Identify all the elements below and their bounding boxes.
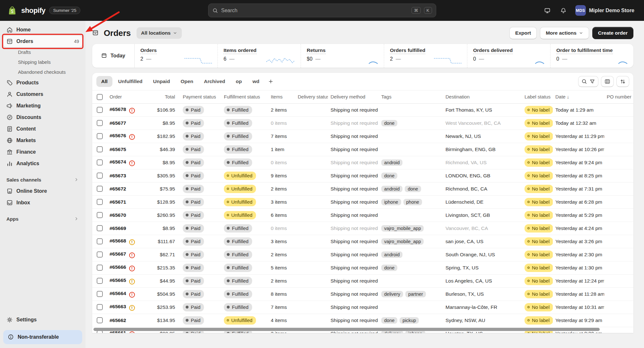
account-menu[interactable]: MDS Mipler Demo Store — [573, 4, 637, 17]
sidebar-item-discounts[interactable]: Discounts — [3, 112, 82, 123]
row-checkbox[interactable] — [97, 278, 103, 284]
sidebar-section-apps[interactable]: Apps — [3, 213, 82, 225]
store-preview-button[interactable] — [541, 4, 554, 17]
edit-columns-button[interactable] — [601, 76, 614, 87]
column-header-tags[interactable]: Tags — [379, 90, 443, 104]
column-header-delivery-method[interactable]: Delivery method — [328, 90, 379, 104]
search-input[interactable] — [221, 8, 408, 13]
order-row-65666[interactable]: #65666! $215.35 Paid Fulfilled 5 items S… — [92, 261, 633, 274]
column-header-destination[interactable]: Destination — [443, 90, 522, 104]
sidebar-item-abandoned-checkouts[interactable]: Abandoned checkouts — [3, 67, 82, 77]
horizontal-scrollbar[interactable] — [93, 328, 632, 331]
order-row-65663[interactable]: #65663! $253.95 Paid Fulfilled 7 items S… — [92, 301, 633, 314]
sidebar-item-settings[interactable]: Settings — [3, 314, 82, 326]
row-checkbox[interactable] — [97, 159, 103, 166]
shopify-logo-icon[interactable] — [7, 5, 17, 16]
notifications-button[interactable] — [557, 4, 570, 17]
row-checkbox[interactable] — [97, 120, 103, 126]
order-row-65677[interactable]: #65677 $8.95 Paid Fulfilled 0 items Ship… — [92, 116, 633, 130]
row-checkbox[interactable] — [97, 291, 103, 297]
export-button[interactable]: Export — [509, 27, 537, 39]
row-checkbox[interactable] — [97, 225, 103, 231]
stat-card-orders[interactable]: Orders 2— — [135, 44, 217, 68]
order-row-65678[interactable]: #65678! $106.95 Paid Fulfilled 2 items S… — [92, 103, 633, 116]
column-header-delivery-status[interactable]: Delivery status — [295, 90, 328, 104]
row-checkbox[interactable] — [97, 265, 103, 271]
column-header-date[interactable]: Date ↓ — [553, 90, 604, 104]
date-range-button[interactable]: Today — [92, 44, 135, 68]
online-store-icon — [6, 188, 13, 194]
sidebar-item-marketing[interactable]: Marketing — [3, 100, 82, 112]
row-checkbox[interactable] — [97, 186, 103, 192]
row-checkbox[interactable] — [97, 238, 103, 244]
sidebar-item-products[interactable]: Products — [3, 77, 82, 89]
add-view-button[interactable] — [265, 76, 276, 87]
column-header-fulfillment-status[interactable]: Fulfillment status — [221, 90, 268, 104]
row-checkbox[interactable] — [97, 251, 103, 258]
order-row-65676[interactable]: #65676! $182.95 Paid Fulfilled 7 items S… — [92, 130, 633, 143]
sidebar-item-inbox[interactable]: Inbox — [3, 197, 82, 208]
create-order-button[interactable]: Create order — [592, 27, 633, 39]
order-row-65664[interactable]: #65664! $504.95 Paid Fulfilled 8 items S… — [92, 287, 633, 301]
row-checkbox[interactable] — [97, 212, 103, 218]
chevron-down-icon — [173, 31, 177, 35]
tab-unfulfilled[interactable]: Unfulfilled — [113, 76, 147, 87]
column-header-po-number[interactable]: PO number — [604, 90, 633, 104]
order-row-65672[interactable]: #65672 $75.95 Paid Unfulfilled 2 items S… — [92, 182, 633, 195]
order-row-65670[interactable]: #65670 $260.95 Paid Unfulfilled 6 items … — [92, 208, 633, 222]
row-checkbox[interactable] — [97, 133, 103, 139]
sidebar-item-finance[interactable]: Finance — [3, 146, 82, 158]
search-and-filter-button[interactable] — [578, 76, 598, 87]
column-header-order[interactable]: Order — [107, 90, 147, 104]
location-filter-button[interactable]: All locations — [137, 27, 182, 39]
sidebar-item-online-store[interactable]: Online Store — [3, 185, 82, 197]
sidebar-item-content[interactable]: Content — [3, 123, 82, 135]
scrollbar-thumb[interactable] — [93, 328, 600, 331]
sidebar-item-drafts[interactable]: Drafts — [3, 47, 82, 57]
order-row-65674[interactable]: #65674! $8.95 Paid Fulfilled 0 items Shi… — [92, 156, 633, 169]
column-header-total[interactable]: Total — [147, 90, 180, 104]
order-row-65665[interactable]: #65665! $44.95 Paid Fulfilled 2 items Sh… — [92, 274, 633, 287]
more-actions-button[interactable]: More actions — [540, 27, 589, 39]
row-checkbox[interactable] — [97, 304, 103, 310]
order-row-65662[interactable]: #65662 $134.95 Paid Unfulfilled 4 items … — [92, 314, 633, 327]
global-search[interactable]: ⌘ K — [208, 4, 436, 17]
sidebar-item-home[interactable]: Home — [3, 24, 82, 36]
column-header-label-status[interactable]: Label status — [522, 90, 553, 104]
sidebar-item-shipping-labels[interactable]: Shipping labels — [3, 57, 82, 67]
order-row-65671[interactable]: #65671 $128.95 Paid Unfulfilled 3 items … — [92, 195, 633, 208]
column-header-items[interactable]: Items — [268, 90, 295, 104]
order-row-65669[interactable]: #65669 $8.95 Paid Fulfilled 0 items Ship… — [92, 222, 633, 235]
tab-unpaid[interactable]: Unpaid — [148, 76, 175, 87]
stat-card-order-to-fulfillment-time[interactable]: Order to fulfillment time 0— — [550, 44, 633, 68]
order-row-65667[interactable]: #65667! $62.71 Paid Fulfilled 2 items Sh… — [92, 248, 633, 261]
stat-card-returns[interactable]: Returns $0— — [301, 44, 384, 68]
po-number — [604, 143, 633, 156]
order-number: #65665 — [110, 277, 126, 283]
order-row-65673[interactable]: #65673 $305.95 Paid Unfulfilled 9 items … — [92, 169, 633, 182]
tab-op[interactable]: op — [231, 76, 247, 87]
tab-open[interactable]: Open — [176, 76, 198, 87]
plan-status-badge[interactable]: Non-transferable — [3, 330, 82, 344]
row-checkbox[interactable] — [97, 317, 103, 323]
order-row-65668[interactable]: #65668! $111.67 Paid Fulfilled 3 items S… — [92, 235, 633, 248]
select-all-checkbox[interactable] — [97, 94, 103, 100]
sidebar-item-orders[interactable]: Orders49 — [3, 36, 82, 47]
sidebar-item-customers[interactable]: Customers — [3, 89, 82, 100]
row-checkbox[interactable] — [97, 173, 103, 179]
sidebar-item-markets[interactable]: Markets — [3, 135, 82, 146]
stat-card-orders-fulfilled[interactable]: Orders fulfilled 2— — [384, 44, 467, 68]
sidebar-item-analytics[interactable]: Analytics — [3, 158, 82, 169]
order-row-65675[interactable]: #65675 $46.39 Paid Fulfilled 1 item Ship… — [92, 143, 633, 156]
stat-card-items-ordered[interactable]: Items ordered 6— — [217, 44, 301, 68]
sidebar-section-sales-channels[interactable]: Sales channels — [3, 174, 82, 185]
sort-button[interactable] — [616, 76, 629, 87]
tab-archived[interactable]: Archived — [199, 76, 230, 87]
row-checkbox[interactable] — [97, 146, 103, 152]
tab-wd[interactable]: wd — [248, 76, 264, 87]
tab-all[interactable]: All — [96, 76, 112, 87]
column-header-payment-status[interactable]: Payment status — [180, 90, 221, 104]
stat-card-orders-delivered[interactable]: Orders delivered 0— — [467, 44, 550, 68]
row-checkbox[interactable] — [97, 107, 103, 113]
row-checkbox[interactable] — [97, 199, 103, 205]
